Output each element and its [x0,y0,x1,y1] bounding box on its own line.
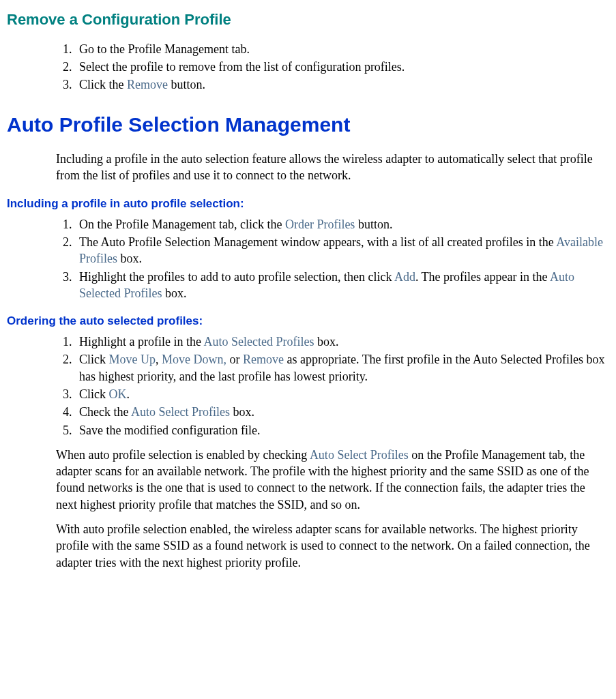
text-fragment: box. [314,335,338,348]
list-item: Go to the Profile Management tab. [75,41,609,57]
text-fragment: Click [79,353,109,366]
text-fragment: On the Profile Management tab, click the [79,218,285,231]
list-item: Click Move Up, Move Down, or Remove as a… [75,351,609,385]
text-fragment: Highlight the profiles to add to auto pr… [79,270,394,284]
text-fragment: Check the [79,405,131,419]
text-fragment: button. [355,218,392,231]
list-item: Highlight the profiles to add to auto pr… [75,269,609,302]
ui-term-move-down: Move Down, [162,353,226,366]
text-fragment: Click [79,387,109,401]
text-fragment: button. [168,78,205,91]
remove-profile-heading: Remove a Configuration Profile [7,10,609,30]
text-fragment: The Auto Profile Selection Management wi… [79,235,556,249]
list-item: Click OK. [75,386,609,402]
ordering-profiles-steps: Highlight a profile in the Auto Selected… [7,333,609,438]
list-item: Check the Auto Select Profiles box. [75,404,609,420]
auto-profile-explain-1: When auto profile selection is enabled b… [56,447,609,513]
text-fragment: . The profiles appear in the [415,270,550,284]
text-fragment: Highlight a profile in the [79,335,203,348]
text-fragment: Click the [79,78,127,91]
auto-profile-heading: Auto Profile Selection Management [7,111,609,139]
text-fragment: box. [230,405,254,419]
ui-term-auto-selected-profiles: Auto Selected Profiles [203,335,314,348]
text-fragment: box. [162,286,186,300]
ui-term-order-profiles: Order Profiles [285,218,355,231]
ui-term-move-up: Move Up [109,353,156,366]
text-fragment: or [226,353,243,366]
ui-term-remove: Remove [127,78,168,91]
list-item: Highlight a profile in the Auto Selected… [75,333,609,350]
ui-term-ok: OK [109,387,127,401]
remove-profile-steps: Go to the Profile Management tab. Select… [7,41,609,93]
ui-term-auto-select-profiles: Auto Select Profiles [310,448,409,462]
ui-term-remove: Remove [243,353,284,366]
text-fragment: box. [117,252,142,265]
list-item: The Auto Profile Selection Management wi… [75,234,609,267]
ui-term-add: Add [394,270,415,284]
text-fragment: When auto profile selection is enabled b… [56,448,310,462]
list-item: Select the profile to remove from the li… [75,59,609,75]
list-item: On the Profile Management tab, click the… [75,216,609,233]
auto-profile-intro: Including a profile in the auto selectio… [56,151,609,184]
auto-profile-explain-2: With auto profile selection enabled, the… [56,521,609,571]
text-fragment: , [156,353,162,366]
including-profile-steps: On the Profile Management tab, click the… [7,216,609,301]
list-item: Save the modified configuration file. [75,422,609,438]
including-profile-heading: Including a profile in auto profile sele… [7,196,609,212]
ui-term-auto-select-profiles: Auto Select Profiles [131,405,230,419]
text-fragment: . [127,387,130,401]
ordering-profiles-heading: Ordering the auto selected profiles: [7,314,609,329]
list-item: Click the Remove button. [75,76,609,93]
